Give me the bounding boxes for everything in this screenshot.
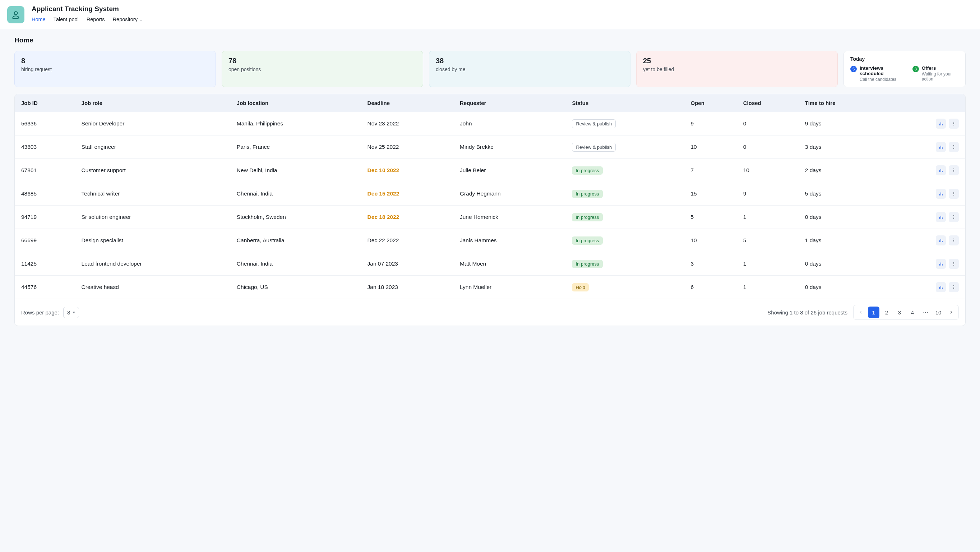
table-row[interactable]: 43803Staff engineerParis, FranceNov 25 2… — [15, 136, 965, 159]
page-next-button[interactable] — [945, 306, 957, 318]
table-row[interactable]: 67861Customer supportNew Delhi, IndiaDec… — [15, 159, 965, 182]
more-icon[interactable] — [949, 235, 959, 246]
stat-value: 38 — [436, 57, 624, 65]
chart-icon[interactable] — [936, 282, 946, 292]
cell-job-role: Staff engineer — [76, 136, 232, 159]
cell-job-role: Senior Developer — [76, 112, 232, 136]
app-title: Applicant Tracking System — [32, 5, 142, 13]
today-title: Today — [850, 56, 959, 62]
cell-deadline: Dec 18 2022 — [363, 206, 455, 229]
column-header[interactable]: Status — [567, 94, 686, 112]
cell-deadline: Nov 25 2022 — [363, 136, 455, 159]
cell-job-id: 11425 — [15, 252, 76, 276]
cell-requester: Lynn Mueller — [455, 276, 567, 299]
cell-open: 10 — [686, 136, 738, 159]
chart-icon[interactable] — [936, 189, 946, 199]
column-header[interactable]: Requester — [455, 94, 567, 112]
stat-card-hiring-request[interactable]: 8hiring request — [14, 51, 216, 87]
page-button[interactable]: 1 — [868, 306, 880, 318]
cell-time-to-hire: 5 days — [800, 182, 889, 206]
cell-requester: Matt Moen — [455, 252, 567, 276]
stat-label: closed by me — [436, 67, 624, 72]
column-header[interactable]: Closed — [738, 94, 800, 112]
cell-job-role: Customer support — [76, 159, 232, 182]
cell-deadline: Dec 22 2022 — [363, 229, 455, 252]
cell-job-location: Chicago, US — [232, 276, 363, 299]
svg-point-24 — [953, 193, 954, 194]
column-header[interactable]: Job location — [232, 94, 363, 112]
column-header[interactable]: Job role — [76, 94, 232, 112]
today-item-interviews-scheduled[interactable]: 5Interviews scheduledCall the candidates — [850, 65, 902, 82]
column-header[interactable]: Time to hire — [800, 94, 889, 112]
stat-card-closed-by-me[interactable]: 38closed by me — [429, 51, 630, 87]
cell-job-id: 94719 — [15, 206, 76, 229]
cell-open: 10 — [686, 229, 738, 252]
cell-time-to-hire: 3 days — [800, 136, 889, 159]
cell-job-id: 44576 — [15, 276, 76, 299]
cell-status: In progress — [567, 252, 686, 276]
cell-open: 15 — [686, 182, 738, 206]
more-icon[interactable] — [949, 282, 959, 292]
svg-point-48 — [953, 287, 954, 287]
nav-item-home[interactable]: Home — [32, 16, 46, 26]
nav-item-repository[interactable]: Repository⌄ — [113, 16, 142, 26]
column-header[interactable]: Open — [686, 94, 738, 112]
svg-point-36 — [953, 240, 954, 241]
more-icon[interactable] — [949, 189, 959, 199]
page-button[interactable]: 3 — [894, 306, 905, 318]
stats-row: 8hiring request78open positions38closed … — [14, 51, 966, 87]
stat-label: open positions — [229, 67, 416, 72]
today-item-title: Interviews scheduled — [860, 65, 902, 76]
chart-icon[interactable] — [936, 259, 946, 269]
topbar: Applicant Tracking System HomeTalent poo… — [0, 0, 980, 29]
stat-card-open-positions[interactable]: 78open positions — [222, 51, 423, 87]
cell-job-role: Creative heasd — [76, 276, 232, 299]
page-button[interactable]: 4 — [907, 306, 918, 318]
page-button[interactable]: 2 — [881, 306, 892, 318]
table-row[interactable]: 56336Senior DeveloperManila, Philippines… — [15, 112, 965, 136]
cell-time-to-hire: 0 days — [800, 252, 889, 276]
page-prev-button[interactable] — [855, 306, 867, 318]
chevron-down-icon: ⌄ — [139, 18, 142, 22]
cell-status: Review & publish — [567, 136, 686, 159]
cell-status: In progress — [567, 206, 686, 229]
today-item-offers[interactable]: 3OffersWaiting for your action — [912, 65, 959, 82]
more-icon[interactable] — [949, 165, 959, 175]
svg-point-37 — [953, 241, 954, 242]
table-row[interactable]: 94719Sr solution engineerStockholm, Swed… — [15, 206, 965, 229]
chart-icon[interactable] — [936, 235, 946, 246]
chevron-down-icon: ▾ — [73, 310, 75, 315]
cell-time-to-hire: 1 days — [800, 229, 889, 252]
nav-item-reports[interactable]: Reports — [87, 16, 105, 26]
rows-per-page-select[interactable]: 8 ▾ — [63, 307, 79, 318]
table-row[interactable]: 44576Creative heasdChicago, USJan 18 202… — [15, 276, 965, 299]
chart-icon[interactable] — [936, 142, 946, 152]
stat-card-yet-to-be-filled[interactable]: 25yet to be filled — [636, 51, 838, 87]
cell-job-location: Canberra, Australia — [232, 229, 363, 252]
cell-job-role: Sr solution engineer — [76, 206, 232, 229]
cell-closed: 5 — [738, 229, 800, 252]
chart-icon[interactable] — [936, 165, 946, 175]
table-row[interactable]: 11425Lead frontend developerChennai, Ind… — [15, 252, 965, 276]
table-row[interactable]: 66699Design specialistCanberra, Australi… — [15, 229, 965, 252]
cell-deadline: Jan 18 2023 — [363, 276, 455, 299]
more-icon[interactable] — [949, 142, 959, 152]
page-button[interactable]: 10 — [932, 306, 944, 318]
column-header[interactable]: Job ID — [15, 94, 76, 112]
cell-time-to-hire: 9 days — [800, 112, 889, 136]
cell-requester: Grady Hegmann — [455, 182, 567, 206]
svg-point-31 — [953, 218, 954, 219]
nav-item-talent-pool[interactable]: Talent pool — [54, 16, 79, 26]
cell-job-location: Stockholm, Sweden — [232, 206, 363, 229]
table-row[interactable]: 48685Technical writerChennai, IndiaDec 1… — [15, 182, 965, 206]
cell-requester: John — [455, 112, 567, 136]
chart-icon[interactable] — [936, 119, 946, 129]
more-icon[interactable] — [949, 259, 959, 269]
more-icon[interactable] — [949, 119, 959, 129]
stat-label: yet to be filled — [643, 67, 831, 72]
column-header[interactable]: Deadline — [363, 94, 455, 112]
chart-icon[interactable] — [936, 212, 946, 222]
cell-job-id: 56336 — [15, 112, 76, 136]
cell-job-location: Chennai, India — [232, 182, 363, 206]
more-icon[interactable] — [949, 212, 959, 222]
